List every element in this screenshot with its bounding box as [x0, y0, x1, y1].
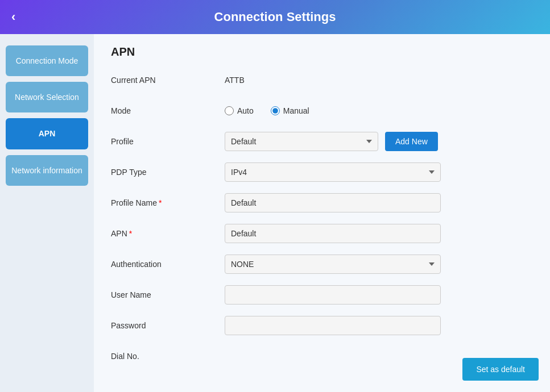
header: ‹ Connection Settings: [0, 0, 550, 34]
mode-manual-option[interactable]: Manual: [271, 106, 309, 115]
profile-select[interactable]: Default: [225, 132, 378, 151]
current-apn-value: ATTB: [225, 76, 245, 85]
sidebar-item-connection-mode[interactable]: Connection Mode: [6, 45, 88, 76]
authentication-select[interactable]: NONE PAP CHAP PAP or CHAP: [225, 255, 441, 274]
apn-label: APN*: [111, 229, 225, 238]
profile-label: Profile: [111, 137, 225, 146]
content-area: APN Current APN ATTB Mode Auto Manual Pr…: [94, 34, 550, 392]
sidebar-item-apn[interactable]: APN: [6, 118, 88, 149]
sidebar-item-network-information[interactable]: Network information: [6, 155, 88, 186]
profile-name-input[interactable]: [225, 193, 441, 212]
mode-manual-label: Manual: [283, 106, 309, 115]
password-control: [225, 316, 441, 335]
mode-auto-label: Auto: [237, 106, 254, 115]
profile-name-label: Profile Name*: [111, 198, 225, 207]
dial-no-label: Dial No.: [111, 352, 225, 361]
pdp-type-control: IPv4 IPv6 IPv4v6: [225, 162, 441, 182]
profile-controls: Default Add New: [225, 132, 452, 151]
sidebar: Connection Mode Network Selection APN Ne…: [0, 34, 94, 392]
mode-auto-option[interactable]: Auto: [225, 106, 254, 115]
username-control: [225, 285, 441, 305]
mode-manual-radio[interactable]: [271, 106, 280, 115]
apn-control: [225, 224, 441, 243]
username-label: User Name: [111, 290, 225, 299]
authentication-label: Authentication: [111, 260, 225, 269]
apn-input[interactable]: [225, 224, 441, 243]
password-label: Password: [111, 321, 225, 330]
back-button[interactable]: ‹: [11, 10, 15, 24]
section-title: APN: [111, 45, 533, 59]
current-apn-label: Current APN: [111, 76, 225, 85]
pdp-type-label: PDP Type: [111, 168, 225, 177]
pdp-type-select[interactable]: IPv4 IPv6 IPv4v6: [225, 162, 441, 182]
main-layout: Connection Mode Network Selection APN Ne…: [0, 34, 550, 392]
mode-label: Mode: [111, 106, 225, 115]
password-input[interactable]: [225, 316, 441, 335]
add-new-button[interactable]: Add New: [385, 132, 438, 151]
username-input[interactable]: [225, 285, 441, 305]
mode-row: Mode Auto Manual: [111, 101, 533, 121]
mode-auto-radio[interactable]: [225, 106, 234, 115]
profile-row: Profile Default Add New: [111, 131, 533, 152]
mode-radio-group: Auto Manual: [225, 106, 309, 115]
authentication-control: NONE PAP CHAP PAP or CHAP: [225, 255, 441, 274]
authentication-row: Authentication NONE PAP CHAP PAP or CHAP: [111, 254, 533, 274]
sidebar-item-network-selection[interactable]: Network Selection: [6, 82, 88, 112]
set-as-default-button[interactable]: Set as default: [462, 358, 539, 381]
pdp-type-row: PDP Type IPv4 IPv6 IPv4v6: [111, 162, 533, 182]
current-apn-row: Current APN ATTB: [111, 70, 533, 90]
profile-name-row: Profile Name*: [111, 193, 533, 213]
apn-row: APN*: [111, 223, 533, 244]
page-title: Connection Settings: [214, 10, 336, 24]
username-row: User Name: [111, 285, 533, 305]
password-row: Password: [111, 315, 533, 336]
profile-name-control: [225, 193, 441, 212]
